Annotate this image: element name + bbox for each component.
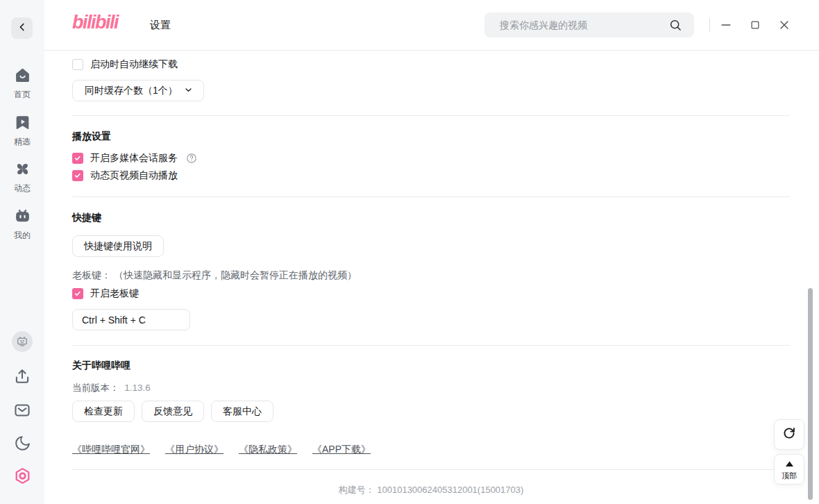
auto-play-row: 动态页视频自动播放 [72,169,178,182]
maximize-icon [749,19,761,34]
sidebar-item-mine[interactable]: 我的 [0,208,44,242]
checkbox-label: 开启老板键 [90,287,139,300]
magnifier-icon[interactable] [668,18,694,33]
boss-key-row: 开启老板键 [72,287,139,300]
refresh-icon [782,426,797,444]
sidebar: 首页 精选 [0,0,44,504]
dark-mode-button[interactable] [0,435,44,455]
close-button[interactable] [775,17,793,35]
user-agreement-link[interactable]: 《用户协议》 [165,444,223,456]
moon-icon [14,435,31,455]
search-input[interactable] [484,19,668,31]
media-session-row: 开启多媒体会话服务 [72,152,197,165]
record-icon [13,467,32,488]
version-label: 当前版本： [72,383,119,393]
resume-download-checkbox[interactable] [72,59,83,70]
support-center-button[interactable]: 客服中心 [211,401,273,422]
sidebar-item-label: 我的 [14,230,31,242]
version-value: 1.13.6 [124,383,151,393]
build-number: 构建号： 10010130062405312001(15001703) [72,484,790,496]
about-heading: 关于哔哩哔哩 [72,360,130,372]
checkbox-label: 动态页视频自动播放 [90,169,178,182]
titlebar: bilibili 设置 [44,0,819,51]
sidebar-item-dynamic[interactable]: 动态 [0,160,44,194]
section-divider [72,115,790,116]
triangle-up-icon [785,457,794,470]
media-session-checkbox[interactable] [72,153,83,164]
back-button[interactable] [11,17,33,39]
back-to-top-button[interactable]: 顶部 [774,454,804,485]
auto-play-checkbox[interactable] [72,170,83,181]
back-icon [16,21,28,36]
bilibili-logo: bilibili [72,12,118,33]
messages-button[interactable] [0,401,44,422]
settings-content: 启动时自动继续下载 同时缓存个数（1个） 播放设置 开启多媒体会话服务 [44,51,819,504]
section-divider [72,196,790,197]
sidebar-item-home[interactable]: 首页 [0,67,44,101]
sidebar-item-featured[interactable]: 精选 [0,114,44,148]
app-download-link[interactable]: 《APP下载》 [312,444,371,456]
featured-icon [14,114,31,134]
back-to-top-label: 顶部 [782,471,797,481]
shortcuts-guide-button[interactable]: 快捷键使用说明 [72,235,164,257]
bilibili-settings-window: 首页 精选 [0,0,819,504]
record-button[interactable] [0,467,44,488]
about-links: 《哔哩哔哩官网》 《用户协议》 《隐私政策》 《APP下载》 [72,444,371,456]
search-box [484,12,694,37]
minimize-button[interactable] [717,17,735,35]
dropdown-label: 同时缓存个数（1个） [85,85,178,97]
shortcuts-heading: 快捷键 [72,212,101,224]
footer-divider [72,469,790,470]
upload-icon [13,367,31,388]
close-icon [777,18,791,35]
page-title: 设置 [150,19,171,32]
maximize-button[interactable] [746,17,764,35]
chevron-down-icon [183,85,194,97]
refresh-button[interactable] [774,419,804,450]
help-icon[interactable] [186,153,197,164]
scrollbar-thumb[interactable] [808,288,813,500]
avatar-tv-icon [12,331,33,352]
build-value: 10010130062405312001(15001703) [377,485,523,495]
privacy-policy-link[interactable]: 《隐私政策》 [239,444,297,456]
checkbox-label: 开启多媒体会话服务 [90,152,178,165]
home-icon [14,67,31,87]
mine-icon [14,208,31,228]
section-divider [72,345,790,346]
minimize-icon [719,18,733,35]
version-row: 当前版本： 1.13.6 [72,382,151,394]
checkbox-label: 启动时自动继续下载 [90,58,178,71]
sidebar-item-label: 首页 [14,89,31,101]
upload-button[interactable] [0,367,44,388]
boss-key-description: 老板键： （快速隐藏和显示程序，隐藏时会暂停正在播放的视频） [72,269,357,282]
check-update-button[interactable]: 检查更新 [72,401,135,422]
dynamic-icon [14,160,31,180]
sidebar-item-label: 动态 [14,183,31,194]
user-avatar[interactable] [0,331,44,352]
feedback-button[interactable]: 反馈意见 [142,401,204,422]
official-site-link[interactable]: 《哔哩哔哩官网》 [72,444,150,456]
cache-count-dropdown[interactable]: 同时缓存个数（1个） [72,80,204,101]
boss-key-input[interactable] [72,309,190,330]
mail-icon [13,401,31,422]
resume-download-row: 启动时自动继续下载 [72,58,178,71]
boss-key-checkbox[interactable] [72,288,83,299]
sidebar-item-label: 精选 [14,136,31,148]
playback-heading: 播放设置 [72,131,111,143]
build-label: 构建号： [339,485,375,495]
titlebar-divider [709,18,710,32]
